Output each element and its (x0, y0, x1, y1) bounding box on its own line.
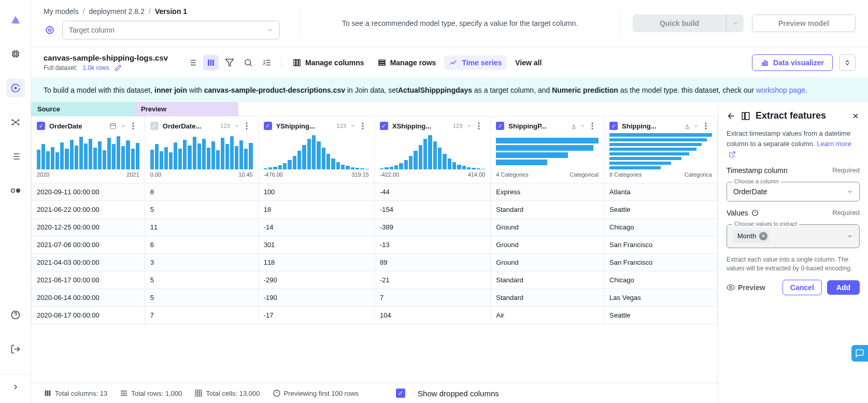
breadcrumb-version: Version 1 (155, 7, 187, 16)
column-header[interactable]: ✓ Shipping... A (609, 122, 712, 130)
view-all-button[interactable]: View all (510, 55, 547, 70)
pencil-icon[interactable] (115, 64, 122, 71)
svg-point-33 (362, 123, 363, 124)
back-icon[interactable] (727, 111, 736, 121)
column-checkbox[interactable]: ✓ (37, 122, 45, 130)
list-view-icon[interactable] (184, 55, 200, 70)
month-chip[interactable]: Month✕ (733, 230, 770, 242)
source-tag: Source (31, 102, 135, 116)
svg-rect-25 (766, 62, 768, 65)
filter-icon[interactable] (222, 55, 237, 70)
preview-model-button[interactable]: Preview model (752, 15, 856, 32)
info-icon[interactable] (751, 209, 759, 217)
manage-columns-button[interactable]: Manage columns (288, 55, 369, 70)
kebab-icon[interactable] (246, 122, 253, 129)
svg-point-11 (46, 26, 53, 33)
column-checkbox[interactable]: ✓ (264, 122, 272, 130)
kebab-icon[interactable] (591, 122, 599, 129)
chevron-down-icon[interactable] (693, 123, 701, 128)
timestamp-select[interactable]: Choose a column OrderDate (727, 182, 860, 201)
column-checkbox[interactable]: ✓ (150, 122, 159, 130)
svg-point-32 (246, 128, 247, 129)
quick-build-dropdown[interactable] (726, 15, 744, 32)
svg-rect-48 (195, 390, 202, 396)
table-row[interactable]: 2021-07-06 00:00:006301-13GroundSan Fran… (32, 236, 718, 254)
list-icon[interactable] (6, 147, 25, 166)
table-row[interactable]: 2020-08-17 00:00:007-17104AirSeattle (32, 307, 718, 324)
time-series-button[interactable]: Time series (444, 55, 507, 70)
search-icon[interactable] (240, 55, 256, 70)
chat-fab[interactable] (851, 345, 868, 362)
dropped-checkbox[interactable]: ✓ (396, 388, 405, 398)
breadcrumb: My models / deployment 2.8.2 / Version 1 (44, 7, 287, 16)
table-row[interactable]: 2021-06-22 00:00:00518-154StandardSeattl… (32, 201, 718, 219)
panel-toggle-button[interactable] (839, 54, 856, 71)
column-checkbox[interactable]: ✓ (380, 122, 388, 130)
extract-icon (741, 111, 750, 121)
learn-more-link[interactable]: Learn more (817, 140, 851, 148)
toggle-icon[interactable] (6, 181, 25, 200)
svg-point-35 (362, 128, 363, 129)
add-button[interactable]: Add (827, 280, 860, 295)
svg-point-39 (592, 123, 593, 124)
svg-rect-18 (296, 60, 298, 66)
chevron-down-icon[interactable] (121, 123, 128, 128)
svg-rect-20 (379, 60, 385, 61)
column-header[interactable]: ✓ OrderDate... 123 (150, 122, 253, 130)
column-checkbox[interactable]: ✓ (496, 122, 504, 130)
kebab-icon[interactable] (362, 122, 369, 129)
info-banner: To build a model with this dataset, inne… (31, 78, 868, 102)
chevron-down-icon[interactable] (350, 123, 358, 128)
kebab-icon[interactable] (478, 122, 485, 129)
column-checkbox[interactable]: ✓ (609, 122, 618, 130)
svg-point-42 (705, 123, 707, 124)
close-icon[interactable] (851, 112, 860, 120)
table-row[interactable]: 2021-06-17 00:00:005-290-21StandardChica… (32, 271, 718, 289)
kebab-icon[interactable] (705, 122, 712, 129)
data-visualizer-button[interactable]: Data visualizer (752, 54, 833, 71)
svg-point-30 (246, 123, 247, 124)
column-header[interactable]: ✓ OrderDate (37, 122, 139, 130)
breadcrumb-deployment[interactable]: deployment 2.8.2 (89, 7, 145, 16)
breadcrumb-models[interactable]: My models (44, 7, 79, 16)
values-select[interactable]: Choose values to extract Month✕ (727, 224, 860, 248)
help-icon[interactable] (6, 306, 25, 324)
data-grid[interactable]: ✓ OrderDate 20202021 ✓ OrderDate... 123 … (31, 116, 718, 383)
quick-build-button[interactable]: Quick build (633, 15, 726, 32)
refresh-icon[interactable] (6, 79, 25, 97)
preview-button[interactable]: Preview (727, 283, 777, 292)
chevron-down-icon[interactable] (580, 123, 587, 128)
svg-rect-51 (745, 112, 749, 120)
manage-rows-button[interactable]: Manage rows (373, 55, 442, 70)
table-row[interactable]: 2021-04-03 00:00:00311889GroundSan Franc… (32, 254, 718, 271)
chevron-down-icon[interactable] (466, 123, 474, 128)
svg-point-29 (132, 128, 134, 129)
svg-point-53 (730, 286, 732, 289)
kebab-icon[interactable] (132, 122, 139, 129)
topbar: My models / deployment 2.8.2 / Version 1… (31, 0, 868, 47)
svg-rect-15 (212, 60, 214, 66)
grid-view-icon[interactable] (203, 55, 219, 70)
workshop-link[interactable]: workshop page (756, 86, 805, 94)
logo-icon[interactable] (6, 10, 25, 29)
table-row[interactable]: 2020-12-25 00:00:0011-14-389GroundChicag… (32, 219, 718, 236)
dropped-label: Show dropped columns (418, 389, 499, 398)
column-header[interactable]: ✓ ShippingP... A (496, 122, 599, 130)
svg-rect-22 (379, 64, 385, 65)
column-header[interactable]: ✓ YShipping... 123 (264, 122, 369, 130)
file-rows-link[interactable]: 1.0k rows (82, 64, 109, 71)
numbered-list-icon[interactable] (259, 55, 275, 70)
panel-description: Extract timestamp values from a datetime… (727, 128, 860, 159)
cancel-button[interactable]: Cancel (782, 280, 822, 295)
target-column-select[interactable]: Target column (62, 21, 280, 39)
column-header[interactable]: ✓ XShipping... 123 (380, 122, 485, 130)
expand-icon[interactable] (0, 374, 31, 393)
graph-icon[interactable] (6, 113, 25, 132)
table-row[interactable]: 2020-09-11 00:00:008100-44ExpressAtlanta (32, 183, 718, 201)
chip-icon[interactable] (6, 45, 25, 63)
table-row[interactable]: 2020-06-14 00:00:005-1907StandardLas Veg… (32, 289, 718, 307)
values-label: Values (727, 209, 748, 217)
logout-icon[interactable] (6, 340, 25, 358)
svg-point-27 (132, 123, 134, 124)
chevron-down-icon[interactable] (234, 123, 241, 128)
